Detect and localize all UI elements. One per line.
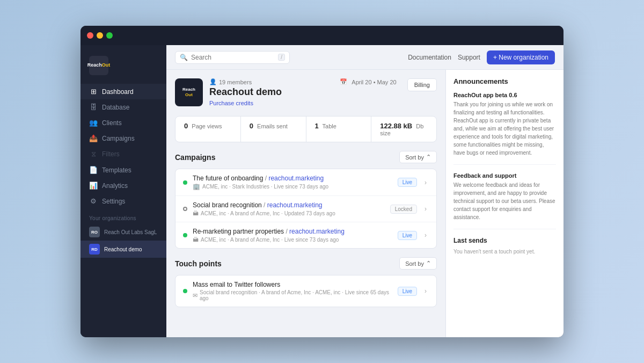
support-link[interactable]: Support [458,54,480,61]
campaign-org-icon-1: 🏢 [193,183,200,190]
touch-point-info-1: Mass email to Twitter followers ✉ Social… [193,281,392,301]
live-badge-1: Live [398,178,417,187]
titlebar [80,26,564,45]
calendar-icon: 📅 [340,78,347,85]
app-window: Reach Out ⊞ Dashboard 🗄 Database 👥 Clien… [80,26,564,337]
locked-badge-2: Locked [390,205,417,214]
org-logo: Reach Out [175,78,203,106]
status-dot-locked-2 [183,207,187,211]
announcement-text-1: Thank you for joining us while we work o… [453,100,556,157]
org-logo-out: Out [185,92,193,97]
org-avatar-1: RO [89,227,100,237]
campaign-name-1: The future of onboarding / reachout.mark… [193,175,392,182]
announcement-text-2: We welcome feedback and ideas for improv… [453,181,556,221]
sidebar-item-database[interactable]: 🗄 Database [80,99,166,115]
org-header: Reach Out 👤 19 members Reachout demo Pur… [175,78,437,107]
sidebar-item-clients[interactable]: 👥 Clients [80,115,166,130]
touch-point-chevron-1[interactable]: › [422,286,429,296]
live-badge-tp1: Live [398,287,417,296]
org-avatar-2: RD [89,244,100,255]
sidebar-item-settings[interactable]: ⚙ Settings [80,193,166,209]
last-sends-title: Last sends [453,237,556,244]
campaigns-list: The future of onboarding / reachout.mark… [175,169,437,249]
touch-points-sort-chevron-icon: ⌃ [426,260,431,267]
filters-icon: ⧖ [89,150,98,158]
sidebar-item-analytics[interactable]: 📊 Analytics [80,178,166,193]
members-icon: 👤 [209,78,217,85]
search-input[interactable] [191,54,275,61]
campaign-info-2: Social brand recognition / reachout.mark… [193,201,385,216]
touch-point-icon-1: ✉ [193,292,197,299]
sidebar: Reach Out ⊞ Dashboard 🗄 Database 👥 Clien… [80,45,166,337]
close-button[interactable] [87,32,93,39]
touch-point-sub-1: ✉ Social brand recognition · A brand of … [193,289,392,301]
app-logo: Reach Out [89,56,108,75]
campaign-name-2: Social brand recognition / reachout.mark… [193,201,385,209]
status-dot-live-3 [183,233,187,237]
campaign-org-icon-2: 🏔 [193,210,199,216]
campaigns-sort-button[interactable]: Sort by ⌃ [399,151,437,163]
campaigns-icon: 📤 [89,134,98,142]
sort-chevron-icon: ⌃ [426,154,431,161]
purchase-credits-link[interactable]: Purchase credits [209,100,253,106]
campaign-info-1: The future of onboarding / reachout.mark… [193,175,392,190]
touch-points-sort-button[interactable]: Sort by ⌃ [399,257,437,270]
billing-button[interactable]: Billing [407,78,437,91]
org-item-reach-out-labs[interactable]: RO Reach Out Labs SagL [80,223,166,241]
sidebar-item-dashboard[interactable]: ⊞ Dashboard [80,84,166,99]
stat-page-views: 0 Page views [175,117,241,142]
campaign-sub-2: 🏔 ACME, inc · A brand of Acme, Inc · Upd… [193,210,385,216]
org-info: 👤 19 members Reachout demo Purchase cred… [209,78,333,107]
campaign-chevron-1[interactable]: › [422,178,429,187]
campaign-sub-3: 🏔 ACME, inc · A brand of Acme, Inc · Liv… [193,236,392,243]
last-sends-empty: You haven't sent a touch point yet. [453,249,556,255]
campaign-item-1[interactable]: The future of onboarding / reachout.mark… [175,169,436,196]
main-panel: Reach Out 👤 19 members Reachout demo Pur… [166,70,445,337]
sidebar-item-campaigns[interactable]: 📤 Campaigns [80,130,166,146]
org-members: 👤 19 members [209,78,333,85]
announcement-item-1: ReachOut app beta 0.6 Thank you for join… [453,92,556,165]
sidebar-item-templates[interactable]: 📄 Templates [80,162,166,178]
sidebar-item-filters: ⧖ Filters [80,146,166,162]
org-item-reachout-demo[interactable]: RD Reachout demo [80,241,166,258]
campaign-chevron-3[interactable]: › [422,230,429,240]
search-icon: 🔍 [180,54,188,61]
touch-points-list: Mass email to Twitter followers ✉ Social… [175,275,437,307]
announcement-item-2: Feedback and support We welcome feedback… [453,172,556,229]
maximize-button[interactable] [106,32,113,39]
campaign-sub-1: 🏢 ACME, inc · Stark Industries · Live si… [193,183,392,190]
content-area: Reach Out 👤 19 members Reachout demo Pur… [166,70,564,337]
topbar: 🔍 / Documentation Support + New organiza… [166,45,564,70]
search-box[interactable]: 🔍 / [175,51,290,64]
new-org-button[interactable]: + New organization [487,50,555,64]
documentation-link[interactable]: Documentation [408,54,451,61]
announcements-title: Announcements [453,77,556,85]
logo-area: Reach Out [80,52,166,84]
minimize-button[interactable] [97,32,103,39]
settings-icon: ⚙ [89,197,98,205]
campaign-chevron-2[interactable]: › [422,204,429,214]
touch-point-item-1[interactable]: Mass email to Twitter followers ✉ Social… [175,275,436,307]
campaign-org-icon-3: 🏔 [193,236,199,243]
database-icon: 🗄 [89,103,98,111]
status-dot-live-tp1 [183,289,187,293]
right-panel: Announcements ReachOut app beta 0.6 Than… [445,70,564,337]
search-shortcut: / [278,54,285,61]
clients-icon: 👥 [89,119,98,127]
campaign-info-3: Re-marketing partner properties / reacho… [193,228,392,243]
org-name: Reachout demo [209,86,333,98]
dashboard-icon: ⊞ [89,88,98,96]
announcement-title-1: ReachOut app beta 0.6 [453,92,556,98]
touch-points-title: Touch points [175,259,222,268]
campaign-item-2[interactable]: Social brand recognition / reachout.mark… [175,196,436,222]
touch-point-name-1: Mass email to Twitter followers [193,281,392,288]
analytics-icon: 📊 [89,182,98,190]
organizations-label: Your organizations [80,209,166,223]
templates-icon: 📄 [89,166,98,174]
stats-bar: 0 Page views 0 Emails sent 1 Table 122 [175,116,437,142]
window-body: Reach Out ⊞ Dashboard 🗄 Database 👥 Clien… [80,45,564,337]
announcement-title-2: Feedback and support [453,172,556,179]
stat-db-size: 122.88 kB Db size [371,117,436,142]
stat-emails-sent: 0 Emails sent [241,117,306,142]
campaign-item-3[interactable]: Re-marketing partner properties / reacho… [175,222,436,248]
